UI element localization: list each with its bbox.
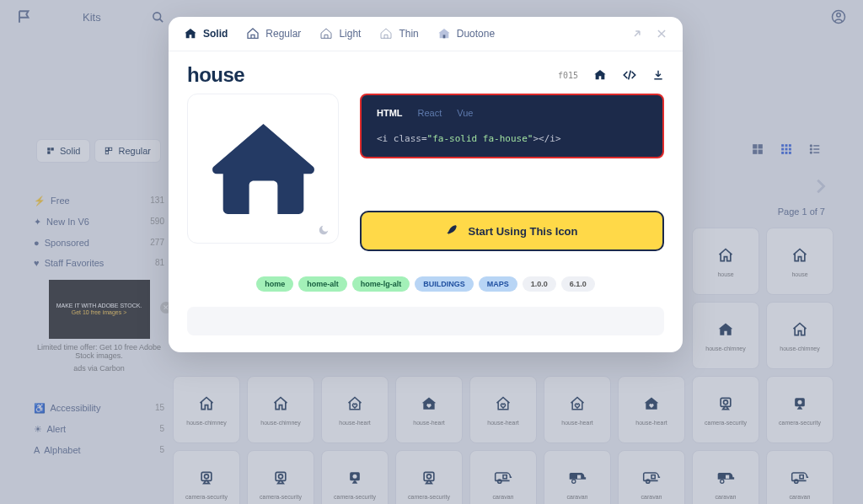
tag[interactable]: BUILDINGS bbox=[415, 276, 474, 292]
tab-label: Thin bbox=[399, 28, 418, 40]
rocket-icon bbox=[446, 224, 459, 238]
tab-label: Duotone bbox=[457, 28, 495, 40]
dark-mode-icon[interactable] bbox=[318, 224, 330, 236]
tab-label: Light bbox=[339, 28, 361, 40]
tab-label: Regular bbox=[265, 28, 301, 40]
tab-thin[interactable]: Thin bbox=[379, 27, 418, 40]
modal-style-tabs: Solid Regular Light Thin Duotone bbox=[169, 17, 683, 51]
modal-header: house f015 bbox=[169, 51, 683, 94]
open-link-icon[interactable] bbox=[631, 28, 643, 40]
code-tab-html[interactable]: HTML bbox=[377, 108, 403, 118]
tag[interactable]: MAPS bbox=[479, 276, 517, 292]
code-tab-vue[interactable]: Vue bbox=[457, 108, 473, 118]
icon-preview bbox=[187, 94, 339, 244]
button-label: Start Using This Icon bbox=[468, 225, 577, 238]
tab-light[interactable]: Light bbox=[319, 27, 361, 40]
house-duotone-icon bbox=[437, 27, 451, 40]
close-icon[interactable] bbox=[656, 28, 667, 40]
tab-regular[interactable]: Regular bbox=[246, 27, 301, 40]
code-snippet[interactable]: <i class="fa-solid fa-house"></i> bbox=[377, 133, 647, 144]
icon-modal: Solid Regular Light Thin Duotone bbox=[169, 17, 683, 352]
unicode-label[interactable]: f015 bbox=[558, 71, 578, 80]
tag-row: homehome-althome-lg-altBUILDINGSMAPS1.0.… bbox=[169, 276, 683, 292]
code-tab-react[interactable]: React bbox=[418, 108, 442, 118]
house-regular-icon bbox=[246, 27, 260, 40]
house-icon-large bbox=[206, 112, 320, 226]
house-thin-icon bbox=[379, 27, 393, 40]
tag[interactable]: 6.1.0 bbox=[561, 276, 595, 292]
tag[interactable]: home-alt bbox=[298, 276, 347, 292]
tag[interactable]: home-lg-alt bbox=[352, 276, 410, 292]
tab-label: Solid bbox=[203, 28, 228, 40]
icon-title: house bbox=[187, 63, 244, 87]
modal-footer-bar bbox=[187, 307, 664, 335]
tag[interactable]: home bbox=[256, 276, 293, 292]
house-light-icon bbox=[319, 27, 333, 40]
code-snippet-box: HTML React Vue <i class="fa-solid fa-hou… bbox=[360, 94, 664, 158]
preview-home-icon[interactable] bbox=[593, 68, 607, 82]
download-icon[interactable] bbox=[652, 69, 664, 81]
tag[interactable]: 1.0.0 bbox=[523, 276, 556, 292]
tab-solid[interactable]: Solid bbox=[184, 27, 228, 40]
start-using-button[interactable]: Start Using This Icon bbox=[360, 211, 664, 251]
house-solid-icon bbox=[184, 27, 197, 40]
tab-duotone[interactable]: Duotone bbox=[437, 27, 495, 40]
code-icon[interactable] bbox=[622, 68, 637, 82]
